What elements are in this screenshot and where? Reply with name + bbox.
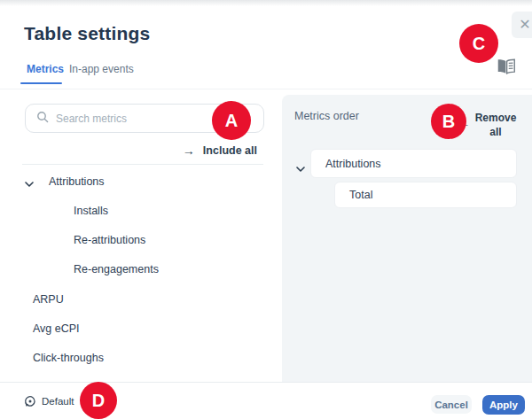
annotation-marker-d: D <box>80 382 117 419</box>
list-item-re-attributions[interactable]: Re-attributions <box>74 232 145 247</box>
arrow-right-icon: → <box>183 144 195 158</box>
annotation-marker-a: A <box>212 101 251 140</box>
list-item-label: Avg eCPI <box>33 322 80 335</box>
remove-all-button[interactable]: Remove all <box>473 111 518 139</box>
metrics-order-title: Metrics order <box>294 110 359 122</box>
search-icon <box>36 111 49 127</box>
list-item-label: ARPU <box>33 293 64 306</box>
list-item-avg-ecpi[interactable]: Avg eCPI <box>33 321 80 336</box>
divider <box>22 164 263 165</box>
modal-top-edge <box>0 0 532 6</box>
tab-metrics[interactable]: Metrics <box>27 63 64 75</box>
list-item-installs[interactable]: Installs <box>74 203 108 218</box>
list-item-label: Re-engagements <box>74 263 159 275</box>
include-all-label: Include all <box>203 144 257 157</box>
list-item-click-throughs[interactable]: Click-throughs <box>33 350 104 365</box>
list-item-label: Click-throughs <box>33 352 104 364</box>
search-input[interactable] <box>56 113 224 125</box>
list-item-label: Re-attributions <box>74 234 145 246</box>
list-item-re-engagements[interactable]: Re-engagements <box>74 261 159 276</box>
glossary-book-icon[interactable] <box>497 58 516 76</box>
annotation-marker-b: B <box>431 104 466 139</box>
tab-bar: Metrics In-app events <box>0 53 532 89</box>
order-item-attributions[interactable]: Attributions <box>310 149 517 178</box>
list-item-label: Attributions <box>49 175 105 188</box>
annotation-marker-c: C <box>459 24 498 63</box>
apply-button[interactable]: Apply <box>482 395 525 415</box>
tab-in-app-events[interactable]: In-app events <box>69 63 134 75</box>
close-button[interactable]: ✕ <box>512 12 532 38</box>
table-settings-modal: Table settings ✕ Metrics In-app events →… <box>0 0 532 419</box>
list-item-attributions[interactable]: Attributions <box>25 174 105 189</box>
list-item-label: Installs <box>74 205 108 217</box>
order-item-label: Attributions <box>325 158 381 170</box>
active-tab-underline <box>20 82 62 84</box>
default-button[interactable]: Default <box>42 396 74 407</box>
close-icon: ✕ <box>519 17 530 32</box>
order-item-label: Total <box>349 189 372 201</box>
chevron-down-icon[interactable] <box>25 178 34 185</box>
include-all-button[interactable]: → Include all <box>133 144 257 158</box>
metrics-order-panel: Metrics order ← Remove all Attributions … <box>282 95 532 382</box>
order-item-total[interactable]: Total <box>334 182 517 208</box>
restore-default-icon[interactable] <box>24 395 36 407</box>
chevron-down-icon[interactable] <box>296 160 305 176</box>
cancel-button[interactable]: Cancel <box>431 395 472 414</box>
list-item-arpu[interactable]: ARPU <box>33 291 64 306</box>
page-title: Table settings <box>24 23 150 44</box>
